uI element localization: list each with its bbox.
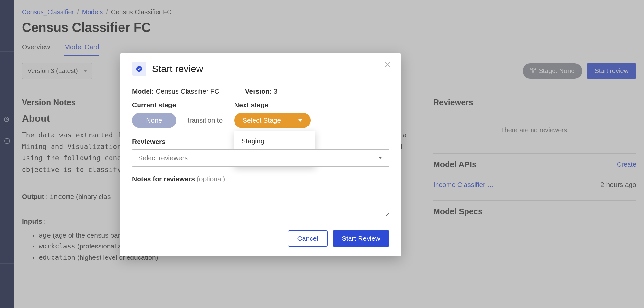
- next-stage-dropdown[interactable]: Select Stage: [234, 113, 311, 128]
- current-stage-label: Current stage: [132, 101, 176, 109]
- chevron-down-icon: [298, 119, 302, 122]
- notes-label: Notes for reviewers: [132, 175, 195, 182]
- version-value: 3: [274, 88, 277, 95]
- stage-option-staging[interactable]: Staging: [234, 133, 315, 149]
- next-stage-label: Next stage: [234, 101, 311, 109]
- start-review-modal: Start review ✕ Model: Census Classifier …: [120, 53, 401, 256]
- notes-optional: (optional): [197, 175, 225, 182]
- check-badge-icon: [132, 62, 146, 76]
- model-value: Census Classifier FC: [156, 88, 219, 95]
- version-label: Version:: [245, 88, 272, 95]
- model-label: Model:: [132, 88, 154, 95]
- notes-textarea[interactable]: [132, 187, 389, 216]
- start-review-submit-button[interactable]: Start Review: [333, 230, 389, 247]
- modal-title: Start review: [152, 63, 203, 74]
- cancel-button[interactable]: Cancel: [288, 230, 328, 247]
- reviewers-input[interactable]: [132, 149, 389, 167]
- close-icon[interactable]: ✕: [384, 61, 391, 69]
- transition-to-label: transition to: [188, 117, 223, 128]
- current-stage-pill: None: [132, 113, 176, 128]
- next-stage-value: Select Stage: [243, 117, 281, 124]
